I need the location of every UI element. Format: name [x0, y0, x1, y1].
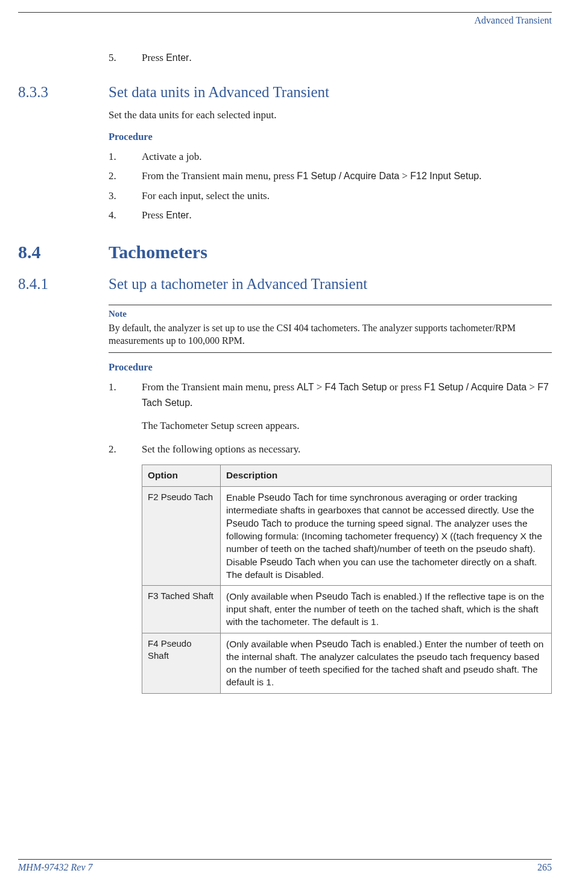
description-cell: (Only available when Pseudo Tach is enab…	[221, 633, 552, 694]
doc-id: MHM-97432 Rev 7	[18, 862, 93, 873]
desc-text: (Only available when	[226, 591, 315, 601]
options-table: Option Description F2 Pseudo Tach Enable…	[142, 465, 552, 694]
step-text-end: .	[479, 170, 481, 182]
step-text: From the Transient main menu, press	[142, 170, 297, 182]
option-cell: F4 Pseudo Shaft	[142, 633, 221, 694]
note-body: By default, the analyzer is set up to us…	[109, 322, 552, 347]
ui-key-label: ALT	[297, 382, 314, 392]
step-text: From the Transient main menu, press	[142, 381, 297, 393]
running-header: Advanced Transient	[18, 15, 552, 26]
option-cell: F2 Pseudo Tach	[142, 487, 221, 586]
step-text: Press	[142, 209, 166, 221]
step-number: 2.	[109, 442, 116, 457]
section-number: 8.4	[18, 242, 41, 262]
page-number: 265	[537, 862, 552, 873]
col-header-option: Option	[142, 465, 221, 487]
table-header-row: Option Description	[142, 465, 552, 487]
step-text: Press	[142, 52, 166, 63]
section-title: Set up a tachometer in Advanced Transien…	[109, 276, 367, 292]
page-footer: MHM-97432 Rev 7 265	[18, 859, 552, 873]
section-8-4-heading: 8.4 Tachometers	[109, 242, 552, 262]
section-title: Set data units in Advanced Transient	[109, 84, 329, 100]
step-item: 1. Activate a job.	[109, 149, 552, 165]
header-rule	[18, 12, 552, 13]
step-text-end: .	[190, 397, 192, 408]
table-row: F4 Pseudo Shaft (Only available when Pse…	[142, 633, 552, 694]
ui-key-label: F1 Setup / Acquire Data	[424, 382, 526, 392]
step-number: 2.	[109, 168, 116, 184]
table-row: F3 Tached Shaft (Only available when Pse…	[142, 586, 552, 633]
desc-text: (Only available when	[226, 639, 315, 649]
col-header-description: Description	[221, 465, 552, 487]
note-rule	[109, 305, 552, 305]
step-sep: >	[526, 381, 537, 393]
ui-key-label: F4 Tach Setup	[325, 382, 387, 392]
procedure-label: Procedure	[109, 131, 552, 143]
note-label: Note	[109, 309, 552, 319]
section-number: 8.3.3	[18, 84, 48, 101]
section-8-3-3-heading: 8.3.3 Set data units in Advanced Transie…	[109, 84, 552, 101]
step-item: 2. From the Transient main menu, press F…	[109, 168, 552, 184]
step-text-end: .	[189, 52, 191, 63]
step-text: Set the following options as necessary.	[142, 443, 300, 455]
step-result: The Tachometer Setup screen appears.	[142, 418, 552, 434]
step-item: 2. Set the following options as necessar…	[109, 442, 552, 457]
procedure-label: Procedure	[109, 361, 552, 373]
step-number: 4.	[109, 208, 116, 223]
description-cell: Enable Pseudo Tach for time synchronous …	[221, 487, 552, 586]
step-number: 1.	[109, 149, 116, 165]
step-item: 4. Press Enter.	[109, 208, 552, 223]
ui-term: Pseudo Tach	[226, 518, 282, 528]
ui-term: Pseudo Tach	[315, 639, 371, 649]
footer-rule	[18, 859, 552, 860]
step-text-end: .	[189, 209, 191, 221]
step-sep: or press	[387, 381, 425, 393]
ui-term: Pseudo Tach	[315, 591, 371, 601]
step-number: 5.	[109, 50, 116, 66]
prev-section-step: 5. Press Enter.	[109, 50, 552, 66]
step-number: 3.	[109, 188, 116, 204]
ui-term: Pseudo Tach	[260, 557, 315, 567]
step-sep: >	[314, 381, 325, 393]
option-cell: F3 Tached Shaft	[142, 586, 221, 633]
section-title: Tachometers	[109, 242, 207, 262]
ui-key-label: F1 Setup / Acquire Data	[297, 171, 399, 181]
step-sep: >	[399, 170, 410, 182]
desc-text: Enable	[226, 492, 258, 503]
section-number: 8.4.1	[18, 276, 48, 293]
ui-key-label: Enter	[166, 210, 189, 220]
section-8-4-1-heading: 8.4.1 Set up a tachometer in Advanced Tr…	[109, 276, 552, 293]
ui-term: Pseudo Tach	[258, 492, 314, 503]
description-cell: (Only available when Pseudo Tach is enab…	[221, 586, 552, 633]
step-item: 3. For each input, select the units.	[109, 188, 552, 204]
table-row: F2 Pseudo Tach Enable Pseudo Tach for ti…	[142, 487, 552, 586]
note-rule	[109, 352, 552, 353]
step-text: For each input, select the units.	[142, 190, 270, 201]
section-intro: Set the data units for each selected inp…	[109, 108, 552, 122]
step-text: Activate a job.	[142, 151, 202, 162]
step-number: 1.	[109, 379, 116, 395]
ui-key-label: Enter	[166, 52, 189, 63]
ui-key-label: F12 Input Setup	[410, 171, 479, 181]
step-item: 1. From the Transient main menu, press A…	[109, 379, 552, 434]
